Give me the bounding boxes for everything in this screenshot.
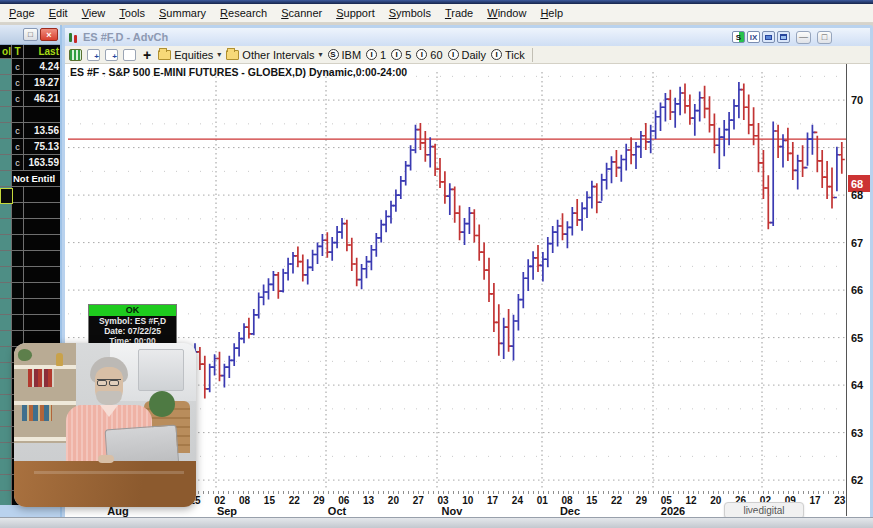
other-intervals-dropdown[interactable]: Other Intervals ▾ <box>226 49 322 61</box>
menu-item-view[interactable]: View <box>75 5 113 21</box>
tile-windows-icon[interactable] <box>777 31 790 43</box>
close-button[interactable]: × <box>40 28 58 41</box>
quote-row[interactable] <box>0 219 60 235</box>
x-axis-day-label: 23 <box>834 495 845 506</box>
ohlc-bar <box>741 83 747 120</box>
ohlc-bar <box>324 232 330 258</box>
quote-row[interactable]: Not Entitl <box>0 171 60 187</box>
chevron-down-icon: ▾ <box>318 50 322 59</box>
minimize-button[interactable]: — <box>796 31 811 44</box>
ohlc-bar <box>643 123 649 150</box>
ohlc-bar <box>398 176 404 199</box>
ohlc-bar <box>540 252 546 281</box>
chart-window-titlebar[interactable]: ES #F,D - AdvCh S IX — □ <box>65 28 870 46</box>
quote-row[interactable] <box>0 235 60 251</box>
ohlc-bar <box>207 364 213 393</box>
menu-item-scanner[interactable]: Scanner <box>274 5 329 21</box>
quote-row[interactable] <box>0 251 60 267</box>
ohlc-bar <box>667 90 673 120</box>
chart-tooltip: OK Symbol: ES #F,D Date: 07/22/25 Time: … <box>88 304 177 348</box>
scanner-icon[interactable]: S <box>732 31 745 43</box>
menu-item-page[interactable]: Page <box>2 5 42 21</box>
quote-window-titlebar[interactable]: □ × <box>0 25 60 45</box>
chevron-down-icon: ▾ <box>217 50 221 59</box>
equities-dropdown[interactable]: Equities ▾ <box>158 49 221 61</box>
x-axis-day-label: 10 <box>462 495 473 506</box>
duplicate-window-icon[interactable]: + <box>105 49 118 61</box>
ohlc-bar <box>525 259 531 291</box>
ohlc-bar <box>721 120 727 156</box>
ohlc-bar <box>378 220 384 243</box>
symbol-button-ibm[interactable]: S IBM <box>328 49 362 61</box>
ohlc-bar <box>535 245 541 272</box>
selected-cell[interactable] <box>0 188 13 204</box>
menu-item-trade[interactable]: Trade <box>438 5 480 21</box>
ohlc-bar <box>295 246 301 267</box>
menu-item-symbols[interactable]: Symbols <box>382 5 438 21</box>
menu-item-window[interactable]: Window <box>480 5 533 21</box>
menu-item-tools[interactable]: Tools <box>112 5 152 21</box>
index-icon[interactable]: IX <box>747 31 760 43</box>
menu-bar: PageEditViewToolsSummaryResearchScannerS… <box>0 4 873 23</box>
ohlc-bar <box>731 99 737 129</box>
ohlc-bar <box>329 237 335 261</box>
quote-row[interactable]: c46.21 <box>0 91 60 107</box>
folder-icon <box>158 50 171 60</box>
x-axis-month-label: 2026 <box>661 505 685 517</box>
window-title: ES #F,D - AdvCh <box>83 31 168 43</box>
ohlc-bar <box>486 258 492 302</box>
add-chart-icon[interactable]: + <box>143 47 151 63</box>
ohlc-bar <box>800 145 806 177</box>
toolbar-separator <box>532 48 533 62</box>
menu-item-edit[interactable]: Edit <box>42 5 75 21</box>
ohlc-bar <box>422 131 428 162</box>
ohlc-bar <box>496 304 502 355</box>
interval-button-5[interactable]: I5 <box>391 49 411 61</box>
ohlc-bar <box>760 150 766 199</box>
ohlc-bar <box>530 251 536 280</box>
menu-item-summary[interactable]: Summary <box>152 5 213 21</box>
quote-row[interactable]: c75.13 <box>0 139 60 155</box>
quote-row[interactable]: c13.56 <box>0 123 60 139</box>
circled-i-icon: I <box>366 49 377 60</box>
quote-row[interactable]: c4.24 <box>0 59 60 75</box>
ohlc-bar <box>682 83 688 113</box>
y-axis-label: 65 <box>851 332 863 344</box>
interval-button-tick[interactable]: ITick <box>491 49 525 61</box>
ohlc-bar <box>824 161 830 199</box>
menu-item-help[interactable]: Help <box>533 5 570 21</box>
ohlc-bar <box>662 93 668 122</box>
interval-button-60[interactable]: I60 <box>416 49 442 61</box>
interval-button-1[interactable]: I1 <box>366 49 386 61</box>
properties-icon[interactable] <box>123 49 136 61</box>
quote-grid-icon[interactable] <box>69 49 82 61</box>
window-bottom-edge <box>0 517 873 528</box>
new-window-icon[interactable]: + <box>87 49 100 61</box>
quote-row[interactable] <box>0 283 60 299</box>
quote-row[interactable]: c19.27 <box>0 75 60 91</box>
ohlc-bar <box>736 82 742 118</box>
maximize-button[interactable]: □ <box>817 31 832 44</box>
quote-row[interactable] <box>0 107 60 123</box>
ohlc-bar <box>692 104 698 136</box>
quote-row[interactable] <box>0 299 60 315</box>
x-axis-day-label: 27 <box>413 495 424 506</box>
cascade-windows-icon[interactable] <box>762 31 775 43</box>
quote-row[interactable]: c163.59 <box>0 155 60 171</box>
y-axis-label: 66 <box>851 284 863 296</box>
ohlc-bar <box>452 187 458 223</box>
quote-row[interactable] <box>0 203 60 219</box>
x-axis-month-label: Oct <box>328 505 346 517</box>
ohlc-bar <box>765 175 771 229</box>
menu-item-research[interactable]: Research <box>213 5 274 21</box>
titlebar-buttons: S IX — □ <box>732 31 832 44</box>
ohlc-bar <box>746 94 752 134</box>
ohlc-bar <box>545 237 551 267</box>
interval-button-daily[interactable]: IDaily <box>448 49 486 61</box>
restore-button[interactable]: □ <box>23 28 38 41</box>
ohlc-bar <box>319 234 325 256</box>
quote-row[interactable] <box>0 315 60 331</box>
quote-row[interactable] <box>0 267 60 283</box>
ohlc-bar <box>457 206 463 241</box>
menu-item-support[interactable]: Support <box>329 5 382 21</box>
